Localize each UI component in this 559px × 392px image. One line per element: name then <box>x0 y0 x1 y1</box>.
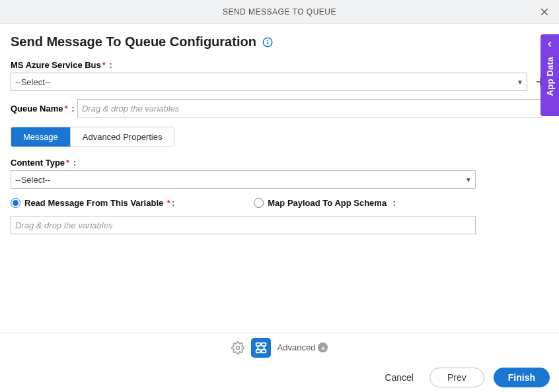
map-payload-label: Map Payload To App Schema : <box>268 198 395 208</box>
schema-button[interactable] <box>251 338 271 358</box>
map-payload-radio[interactable]: Map Payload To App Schema : <box>254 198 395 208</box>
azure-bus-select[interactable]: --Select-- <box>11 73 527 91</box>
content-type-select[interactable]: --Select-- <box>11 170 476 189</box>
close-button[interactable] <box>537 4 552 20</box>
queue-name-label: Queue Name* : <box>11 104 75 114</box>
read-from-variable-radio[interactable]: Read Message From This Variable *: <box>11 198 174 208</box>
tab-message[interactable]: Message <box>11 127 70 147</box>
advanced-link[interactable]: Advanced + <box>278 343 328 352</box>
azure-bus-label: MS Azure Service Bus* : <box>11 60 112 70</box>
schema-icon <box>254 341 268 355</box>
read-variable-input[interactable] <box>11 216 476 234</box>
svg-point-4 <box>268 40 268 40</box>
cancel-button[interactable]: Cancel <box>378 367 420 388</box>
footer-toolbar: Advanced + <box>0 333 559 362</box>
footer-buttons: Cancel Prev Finish <box>378 367 550 388</box>
dialog-title: SEND MESSAGE TO QUEUE <box>223 7 336 16</box>
dialog-header: SEND MESSAGE TO QUEUE <box>0 0 559 24</box>
svg-point-7 <box>236 346 239 349</box>
finish-button[interactable]: Finish <box>494 368 550 387</box>
chevron-left-icon <box>545 40 554 49</box>
queue-name-input[interactable] <box>77 99 542 117</box>
map-payload-radio-input[interactable] <box>254 198 264 208</box>
read-from-variable-radio-input[interactable] <box>11 198 20 208</box>
svg-rect-11 <box>261 349 265 352</box>
svg-rect-8 <box>256 343 260 346</box>
plus-circle-icon: + <box>318 343 328 352</box>
page-title: Send Message To Queue Configuration <box>11 34 256 49</box>
settings-button[interactable] <box>231 341 244 354</box>
app-data-tab[interactable]: App Data <box>540 34 559 116</box>
info-icon[interactable] <box>262 36 274 48</box>
tab-advanced-properties[interactable]: Advanced Properties <box>70 127 174 147</box>
close-icon <box>539 7 550 17</box>
svg-rect-10 <box>256 349 260 352</box>
gear-icon <box>231 341 244 354</box>
app-data-label: App Data <box>545 57 555 96</box>
prev-button[interactable]: Prev <box>429 368 484 387</box>
read-from-variable-label: Read Message From This Variable *: <box>24 198 174 208</box>
content-type-label: Content Type* : <box>11 158 76 168</box>
advanced-label: Advanced <box>278 343 316 352</box>
svg-rect-9 <box>261 343 265 346</box>
content-area: Send Message To Queue Configuration MS A… <box>0 24 559 333</box>
tabs: Message Advanced Properties <box>11 127 174 147</box>
